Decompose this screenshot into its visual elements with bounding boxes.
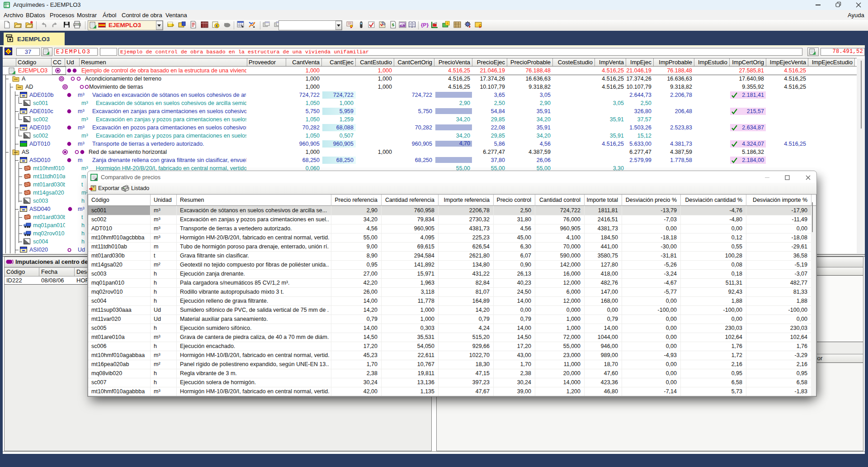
svg-text:{P}: {P}	[421, 22, 429, 28]
svg-text:$: $	[392, 22, 395, 27]
svg-text:€: €	[216, 24, 218, 28]
svg-text:€: €	[7, 49, 9, 54]
